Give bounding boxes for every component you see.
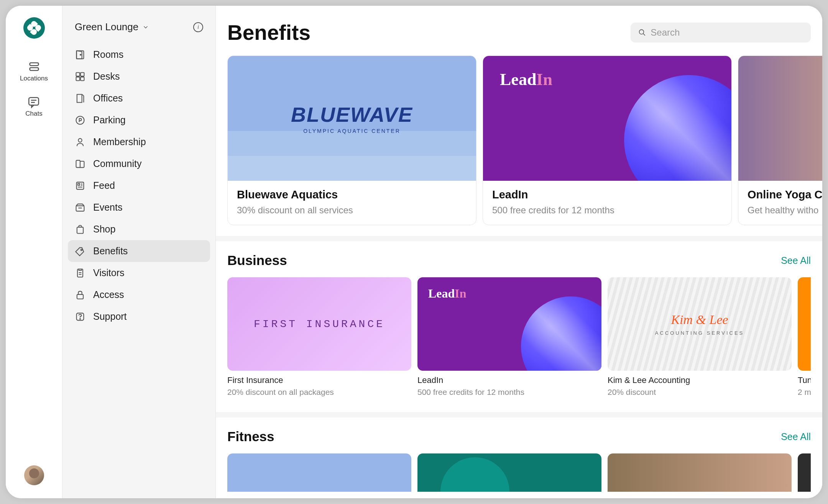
user-avatar[interactable] [24, 465, 44, 485]
sidebar-item-rooms[interactable]: Rooms [68, 44, 210, 65]
search-icon [638, 28, 646, 37]
sidebar-item-label: Support [93, 311, 127, 322]
featured-card-bluewave[interactable]: BLUEWAVE OLYMPIC AQUATIC CENTER Bluewave… [227, 56, 476, 225]
sidebar-item-community[interactable]: Community [68, 153, 210, 175]
card-desc: 500 free credits for 12 months [492, 205, 722, 216]
rail-locations[interactable]: Locations [20, 60, 48, 82]
fitness-card-2[interactable] [417, 453, 601, 492]
sidebar-item-feed[interactable]: Feed [68, 175, 210, 196]
svg-point-6 [80, 54, 81, 55]
section-divider [216, 412, 822, 417]
card-desc: 20% discount on all packages [227, 388, 411, 397]
sidebar-item-membership[interactable]: Membership [68, 131, 210, 153]
brand-logo-text: BLUEWAVE [291, 103, 413, 126]
svg-rect-11 [77, 94, 82, 102]
sidebar-item-label: Offices [93, 93, 123, 104]
rail-chats[interactable]: Chats [25, 95, 42, 118]
rooms-icon [75, 49, 85, 60]
card-image: FIRST INSURANCE [227, 277, 411, 371]
sidebar-item-label: Access [93, 289, 124, 300]
featured-card-leadin[interactable]: LeadIn LeadIn 500 free credits for 12 mo… [483, 56, 732, 225]
brand-logo-text: Kim & Lee [671, 313, 728, 327]
svg-rect-9 [76, 77, 80, 80]
location-name: Green Lounge [75, 21, 138, 33]
sidebar-item-parking[interactable]: Parking [68, 109, 210, 131]
fitness-card-1[interactable] [227, 453, 411, 492]
access-icon [75, 290, 85, 300]
svg-rect-0 [30, 63, 38, 65]
see-all-button[interactable]: See All [781, 431, 811, 442]
fitness-card-4[interactable] [798, 453, 811, 492]
svg-rect-10 [80, 77, 84, 80]
card-image: LeadIn [483, 56, 731, 181]
card-image [798, 453, 811, 492]
card-image [608, 453, 792, 492]
card-image [227, 453, 411, 492]
sidebar-item-label: Rooms [93, 49, 123, 60]
parking-icon [75, 115, 85, 126]
sidebar-item-visitors[interactable]: Visitors [68, 262, 210, 284]
nav-rail: Locations Chats [6, 6, 62, 498]
sidebar-item-label: Shop [93, 224, 115, 235]
visitors-icon [75, 268, 85, 278]
sidebar-item-access[interactable]: Access [68, 284, 210, 306]
card-title: LeadIn [492, 188, 722, 201]
card-desc: 500 free credits for 12 months [417, 388, 601, 397]
svg-rect-24 [77, 227, 83, 233]
card-first-insurance[interactable]: FIRST INSURANCE First Insurance 20% disc… [227, 277, 411, 401]
card-leadin-sm[interactable]: LeadIn LeadIn 500 free credits for 12 mo… [417, 277, 601, 401]
card-kimlee[interactable]: Kim & Lee ACCOUNTING SERVICES Kim & Lee … [608, 277, 792, 401]
brand-logo-text: LeadIn [428, 286, 467, 301]
brand-logo-text: LeadIn [500, 70, 552, 89]
svg-rect-2 [29, 98, 39, 105]
see-all-button[interactable]: See All [781, 255, 811, 266]
location-selector[interactable]: Green Lounge [75, 21, 149, 33]
brand-logo-sub: OLYMPIC AQUATIC CENTER [291, 128, 413, 134]
svg-rect-1 [30, 68, 38, 70]
svg-rect-18 [78, 183, 80, 185]
sidebar-item-desks[interactable]: Desks [68, 65, 210, 87]
fitness-card-3[interactable] [608, 453, 792, 492]
sidebar-item-label: Benefits [93, 245, 128, 257]
sidebar-item-benefits[interactable]: Benefits [68, 240, 210, 262]
card-image: Kim & Lee ACCOUNTING SERVICES [608, 277, 792, 371]
feed-icon [75, 180, 85, 191]
card-title: Bluewave Aquatics [237, 188, 467, 201]
card-title: First Insurance [227, 375, 411, 385]
support-icon [75, 311, 85, 322]
sidebar-item-offices[interactable]: Offices [68, 87, 210, 109]
sidebar-item-support[interactable]: Support [68, 306, 210, 327]
svg-point-32 [639, 29, 644, 34]
featured-carousel: BLUEWAVE OLYMPIC AQUATIC CENTER Bluewave… [216, 56, 822, 225]
sidebar-item-shop[interactable]: Shop [68, 218, 210, 240]
card-title: Kim & Lee Accounting [608, 375, 792, 385]
sidebar-item-events[interactable]: Events [68, 196, 210, 218]
info-button[interactable]: i [193, 22, 203, 32]
app-logo[interactable] [23, 17, 45, 39]
card-title: LeadIn [417, 375, 601, 385]
page-title: Benefits [227, 20, 310, 45]
featured-card-yoga[interactable]: Online Yoga Cla Get healthy witho [738, 56, 822, 225]
community-icon [75, 159, 85, 169]
svg-line-33 [643, 34, 645, 36]
card-image: BLUEWAVE OLYMPIC AQUATIC CENTER [228, 56, 476, 181]
sidebar-item-label: Parking [93, 115, 126, 126]
section-title: Business [227, 253, 287, 268]
offices-icon [75, 93, 85, 104]
sidebar-item-label: Events [93, 202, 122, 213]
section-title: Fitness [227, 429, 274, 444]
card-desc: 30% discount on all services [237, 205, 467, 216]
sidebar-item-label: Membership [93, 136, 146, 147]
desks-icon [75, 71, 85, 82]
search-box[interactable] [631, 23, 811, 43]
main-content: Benefits BLUEWAVE OLYMPIC AQUATIC CENTER… [216, 6, 822, 498]
svg-point-15 [78, 138, 82, 142]
section-divider [216, 236, 822, 241]
svg-rect-22 [76, 206, 84, 211]
card-tunn[interactable]: Tunn 2 mo [798, 277, 811, 401]
rail-locations-label: Locations [20, 75, 48, 82]
decorative-sphere [624, 75, 731, 181]
rail-chats-label: Chats [25, 110, 42, 118]
svg-rect-29 [77, 294, 83, 299]
search-input[interactable] [651, 27, 803, 38]
